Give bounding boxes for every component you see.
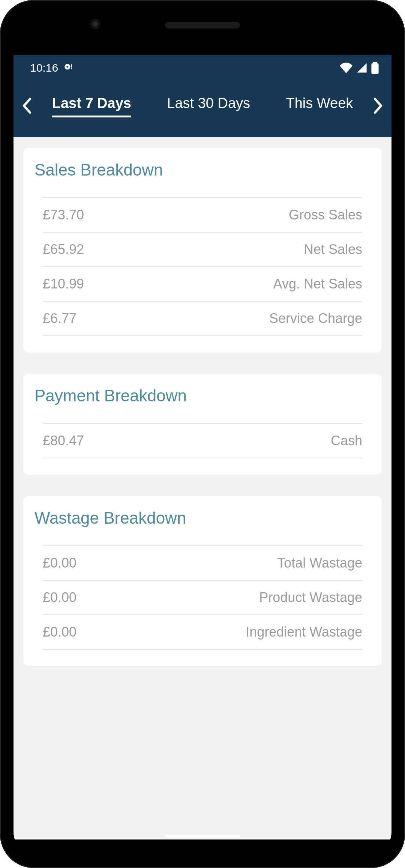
status-disc-icon [63,62,73,74]
row-label: Service Charge [269,311,362,326]
wifi-icon [340,62,352,74]
card-title: Payment Breakdown [34,386,370,405]
phone-camera [90,19,100,29]
row-value: £0.00 [43,590,76,605]
status-left: 10:16 [30,62,73,74]
period-header: Last 7 Days Last 30 Days This Week [14,81,392,137]
row-value: £0.00 [43,555,76,571]
row-label: Gross Sales [289,207,362,223]
next-period-button[interactable] [369,98,388,114]
row-value: £10.99 [43,276,84,292]
content: Sales Breakdown £73.70 Gross Sales £65.9… [14,137,392,698]
prev-period-button[interactable] [17,98,36,114]
row-total-wastage: £0.00 Total Wastage [43,545,362,580]
card-payment-breakdown: Payment Breakdown £80.47 Cash [23,374,382,475]
status-time: 10:16 [30,62,58,74]
row-value: £0.00 [43,624,76,640]
row-avg-net-sales: £10.99 Avg. Net Sales [43,266,362,301]
rows: £73.70 Gross Sales £65.92 Net Sales £10.… [34,197,370,336]
row-service-charge: £6.77 Service Charge [43,301,362,336]
svg-rect-5 [371,63,378,74]
row-label: Net Sales [304,242,362,257]
row-label: Ingredient Wastage [246,624,362,640]
cellular-icon [356,63,368,73]
row-cash: £80.47 Cash [43,423,362,458]
card-title: Sales Breakdown [34,161,370,179]
row-label: Total Wastage [277,555,362,571]
svg-rect-2 [71,65,72,68]
row-label: Avg. Net Sales [273,276,362,292]
screen: 10:16 [14,55,392,839]
row-label: Cash [331,433,362,449]
battery-icon [371,62,379,74]
status-bar: 10:16 [14,55,392,81]
card-wastage-breakdown: Wastage Breakdown £0.00 Total Wastage £0… [23,496,382,666]
rows: £0.00 Total Wastage £0.00 Product Wastag… [34,545,370,650]
row-gross-sales: £73.70 Gross Sales [43,197,362,232]
row-value: £80.47 [43,433,84,449]
period-tabs: Last 7 Days Last 30 Days This Week [36,94,369,117]
row-ingredient-wastage: £0.00 Ingredient Wastage [43,614,362,650]
svg-point-3 [71,68,72,69]
nav-home-indicator[interactable] [165,835,240,837]
rows: £80.47 Cash [34,423,370,458]
svg-rect-4 [373,62,377,63]
card-title: Wastage Breakdown [34,509,370,527]
phone-frame: 10:16 [0,0,405,868]
row-value: £73.70 [43,207,84,223]
row-product-wastage: £0.00 Product Wastage [43,580,362,614]
row-value: £6.77 [43,311,76,326]
status-right [340,62,379,74]
row-label: Product Wastage [259,590,362,605]
tab-last-30-days[interactable]: Last 30 Days [167,94,250,116]
tab-last-7-days[interactable]: Last 7 Days [52,94,131,117]
card-sales-breakdown: Sales Breakdown £73.70 Gross Sales £65.9… [23,148,382,353]
row-value: £65.92 [43,242,84,257]
phone-speaker [165,22,240,29]
row-net-sales: £65.92 Net Sales [43,232,362,266]
phone-inner: 10:16 [14,14,392,854]
tab-this-week[interactable]: This Week [286,94,353,116]
svg-point-1 [66,66,68,68]
